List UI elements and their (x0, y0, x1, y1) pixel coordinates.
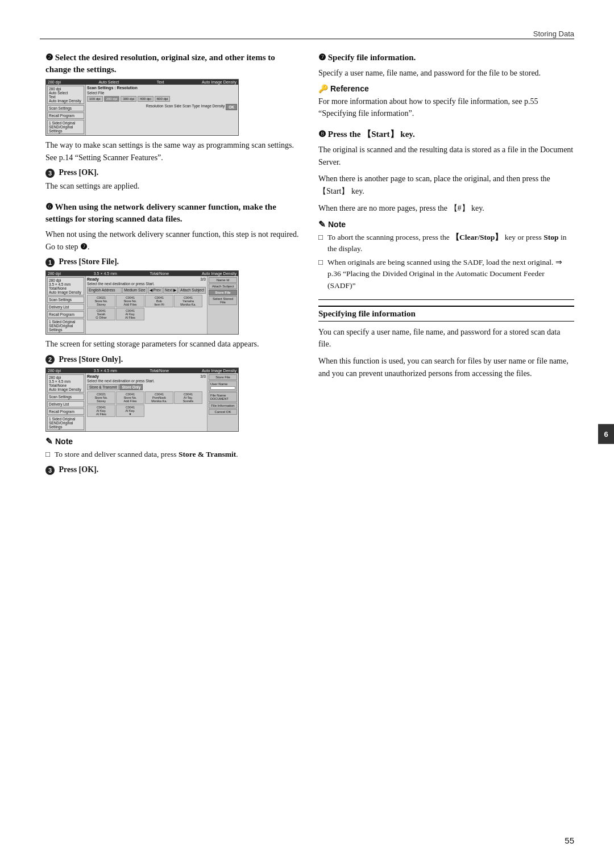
step2-heading-text: Select the desired resolution, original … (45, 53, 275, 74)
screen1-res: 280 dpi (48, 80, 61, 84)
screen3-type: Total/None (150, 369, 169, 373)
step6-block: ❻ When using the network delivery scanne… (45, 201, 301, 475)
screen2-storefile-btn[interactable]: Store File (209, 290, 237, 295)
screen3-store-row: Store & Transmit Store Only (87, 384, 206, 390)
screen3-cell5: C0041Al Kay.Al Files (87, 404, 115, 417)
step8-number: ❽ (318, 129, 326, 139)
step7-number: ❼ (318, 52, 326, 62)
screen3-topbar: 280 dpi 3.5 × 4.5 mm Total/None Auto Ima… (46, 368, 238, 373)
step8-note-title: ✎ Note (318, 219, 574, 229)
screen3-cell3: C0041PomNookMonika Ka. (145, 391, 173, 404)
screen2-attach[interactable]: Attach Subject (179, 287, 206, 294)
screen3-res: 280 dpi (48, 369, 61, 373)
screen3-sidebar1: 280 dpi3.5 × 4.5 mmTotal/NoneAuto Image … (47, 374, 84, 393)
step6-substep1-text: Press [Store File]. (59, 257, 119, 266)
step8-body1: The original is scanned and the resultin… (318, 144, 574, 168)
step6-body1: When not using the network delivery scan… (45, 228, 301, 253)
step8-note1: To abort the scanning process, press the… (318, 232, 574, 255)
screen3-status-row: Ready 3/3 (87, 374, 206, 378)
step8-note-title-text: Note (328, 220, 346, 229)
screen2-sidebar1: 280 dpi3.5 × 4.5 mmTotal/NoneAuto Image … (47, 277, 84, 295)
screen2-mockup: 280 dpi 3.5 × 4.5 mm Total/None Auto Ima… (45, 270, 239, 335)
step6-substep1-label: 1 Press [Store File]. (45, 257, 301, 267)
step8-heading-text: Press the 【Start】 key. (328, 130, 415, 139)
circle-1b: 1 (45, 258, 55, 267)
step6-note-title-text: Note (55, 437, 73, 446)
screen2-grid: C0021Store No.Storey C0041Store No.Add F… (87, 295, 206, 320)
screen2-attach-btn[interactable]: Attach Subject (209, 283, 237, 289)
step6-substep1-body: The screen for setting storage parameter… (45, 338, 301, 350)
screen3-cell4: C0041Al-Tay.Sorrells (174, 391, 202, 404)
screen1-topbar: 280 dpi Auto Select Text Auto Image Dens… (46, 80, 238, 85)
screen1-res-row: 100 dpi 200 dpi 300 dpi 400 dpi 600 dpi (87, 96, 237, 102)
screen3-fileinfo-btn[interactable]: File Information (209, 403, 237, 408)
step7-ref-title: 🔑 Reference (318, 84, 574, 93)
screen3-sidebar5: 1 Sided OriginalSEND/Original Settings (47, 416, 84, 430)
screen1-sidebar3: Recall Program (47, 112, 84, 119)
screen1-sidebar2: Scan Settings (47, 105, 84, 111)
screen1-res4[interactable]: 400 dpi (138, 96, 154, 102)
screen3-counter: 3/3 (200, 374, 206, 378)
step7-ref: 🔑 Reference For more information about h… (318, 84, 574, 120)
screen1-res3[interactable]: 300 dpi (121, 96, 136, 102)
step6-number: ❻ (45, 202, 53, 211)
step6-heading: ❻ When using the network delivery scanne… (45, 201, 301, 225)
step2-substep3: 3 Press [OK]. The scan settings are appl… (45, 168, 301, 192)
step7-block: ❼ Specify file information. Specify a us… (318, 51, 574, 120)
screen2-cell5: C0041SarahG Other (87, 308, 115, 320)
page-container: Storing Data 6 ❷ Select the desired reso… (0, 0, 614, 868)
screen3-cell2: C0041Store No.Add Files (116, 391, 144, 404)
screen2-res: 280 dpi (48, 272, 61, 276)
screen2-cell4: C0041YamahaMonika Ka. (174, 295, 202, 307)
screen2-status-row: Ready 3/3 (87, 277, 206, 281)
note-icon-2: ✎ (318, 219, 326, 229)
circle-2b: 2 (45, 355, 55, 364)
screen2-dest-next: Next ▶ (163, 287, 178, 294)
step6-substep3-text: Press [OK]. (59, 465, 99, 474)
screen1-sidebar4: 1 Sided OriginalSEND/Original Settings (47, 120, 84, 134)
step6-step-ref: ❼ (80, 243, 88, 251)
screen3-storeonly[interactable]: Store Only (119, 384, 143, 390)
screen3-storetransmit[interactable]: Store & Transmit (87, 384, 119, 390)
screen3-docserver-val: DOCUMENT (210, 397, 235, 400)
screen1-res-label: Resolution (146, 104, 164, 110)
ref-icon: 🔑 (318, 84, 328, 93)
step8-note2: When originals are being scanned using t… (318, 257, 574, 291)
screen1-res5[interactable]: 600 dpi (155, 96, 171, 102)
step2-number: ❷ (45, 52, 53, 62)
screen3-mockup: 280 dpi 3.5 × 4.5 mm Total/None Auto Ima… (45, 368, 239, 432)
screen3-grid: C0021Store No.Storey C0041Store No.Add F… (87, 391, 206, 417)
screen1-imagedensity-label: Image Density (201, 104, 225, 110)
step7-heading-text: Specify file information. (328, 53, 416, 62)
screen2-dest-size: Medium Size (122, 287, 147, 294)
screen3-cell1: C0021Store No.Storey (87, 391, 115, 404)
screen1-ok-btn[interactable]: OK (226, 104, 237, 110)
screen3-cancel-ok-btn[interactable]: Cancel OK (209, 409, 237, 415)
screen2-type: Total/None (150, 272, 169, 276)
screen2-dest-addr: English Address (87, 287, 122, 294)
screen2-nameid: Name Id (209, 277, 237, 283)
specifying-body1: You can specify a user name, file name, … (318, 326, 574, 350)
step6-heading-text: When using the network delivery scanner … (45, 202, 276, 223)
screen1-res1[interactable]: 100 dpi (87, 96, 103, 102)
screen1-res2[interactable]: 200 dpi (104, 96, 120, 102)
screen2-selectstored-btn[interactable]: Select Stored File (209, 296, 237, 305)
screen3-sidebar3: Delivery List (47, 401, 84, 407)
screen2-density: Auto Image Density (202, 272, 237, 276)
screen1-density: Auto Image Density (202, 80, 237, 84)
step8-body3: When there are no more pages, press the … (318, 202, 574, 215)
step6-substep2-text: Press [Store Only]. (59, 355, 123, 364)
screen3-sidebar2: Scan Settings (47, 394, 84, 400)
screen1-auto: Auto Select (98, 80, 119, 84)
step7-body1: Specify a user name, file name, and pass… (318, 67, 574, 80)
top-rule (40, 39, 574, 39)
screen2-counter: 3/3 (200, 277, 206, 281)
screen2-sidebar5: 1 Sided OriginalSEND/Original Settings (47, 319, 84, 333)
step6-substep3-label: 3 Press [OK]. (45, 465, 301, 475)
section-divider (318, 299, 574, 300)
step6-substep2: 2 Press [Store Only]. 280 dpi 3.5 × 4.5 … (45, 355, 301, 432)
screen1-bottom-row: Resolution Scan Side Scan Type Image Den… (87, 104, 237, 110)
screen2-status: Ready (87, 277, 99, 281)
step6-note-title: ✎ Note (45, 436, 301, 446)
screen2-instruction: Select the next destination or press Sta… (87, 282, 206, 286)
